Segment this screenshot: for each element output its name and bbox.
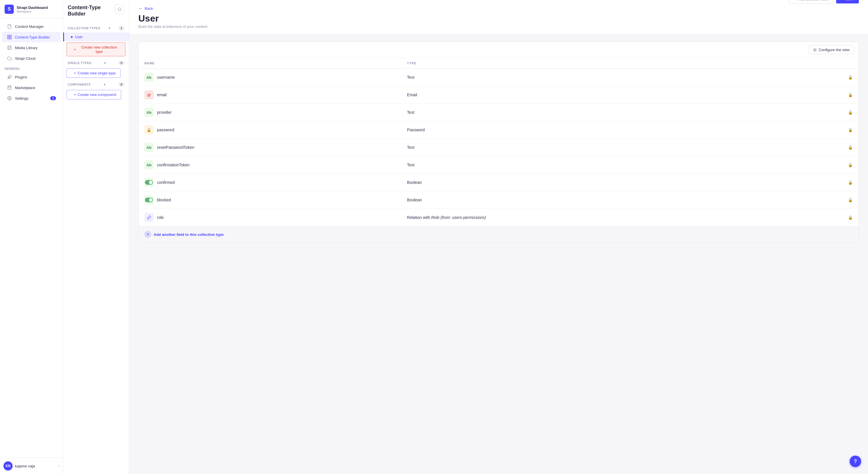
svg-rect-0 [7,35,9,36]
field-type-cell: Text [401,69,788,86]
svg-rect-2 [7,37,9,39]
svg-rect-1 [10,35,11,36]
table-row: confirmed Boolean 🔒 [138,174,859,191]
svg-line-11 [121,10,121,11]
field-name-cell: Ab username [138,69,401,86]
field-type-cell: Password [401,121,788,139]
middle-panel-header: Content-TypeBuilder [63,0,129,22]
add-field-to-collection-button[interactable]: + Add another field to this collection t… [144,231,224,238]
collection-type-label: User [75,35,83,39]
configure-view-button[interactable]: Configure the view [809,46,854,54]
general-section-label: GENERAL [0,64,63,71]
help-button[interactable]: ? [849,455,861,467]
add-field-row: + Add another field to this collection t… [138,226,859,242]
create-single-type-label: Create new single type [78,71,116,75]
field-name: password [157,127,174,132]
field-name: resetPasswordToken [157,145,194,150]
lock-icon: 🔒 [788,139,859,156]
collection-type-user[interactable]: User [63,32,129,41]
table-row: Ab username Text 🔒 [138,69,859,86]
chevron-down-icon: ▼ [108,27,111,30]
sidebar-item-strapi-cloud[interactable]: Strapi Cloud [2,53,61,63]
table-row: role Relation with Role (from: users-per… [138,209,859,226]
field-name-cell: blocked [138,191,401,209]
user-name: kajame naja [15,464,56,468]
save-label: Save [846,0,854,1]
table-row: 🔒 password Password 🔒 [138,121,859,139]
sidebar-item-media-library[interactable]: Media Library [2,42,61,53]
table-row: Ab resetPasswordToken Text 🔒 [138,139,859,156]
save-button[interactable]: ✓ Save [836,0,859,3]
sidebar-nav: Content Manager Content-Type Builder Med… [0,19,63,457]
plus-circle-icon: + [144,231,151,238]
plus-icon: + [74,71,76,75]
sidebar-header: S Strapi Dashboard Workplace [0,0,63,19]
single-types-section-header[interactable]: SINGLE TYPES ▼ 0 [63,59,129,67]
field-name-cell: Ab provider [138,104,401,121]
create-new-single-type-button[interactable]: + Create new single type [67,68,121,78]
collapse-sidebar-button[interactable]: ‹ [58,464,59,468]
add-field-label: Add another field [798,0,828,1]
create-new-component-button[interactable]: + Create new component [67,90,121,99]
field-type-cell: Boolean [401,191,788,209]
field-icon: 🔒 [144,125,154,135]
field-type-cell: Text [401,104,788,121]
lock-icon: 🔒 [788,104,859,121]
components-section-header[interactable]: COMPONENTS ▼ 0 [63,80,129,89]
cloud-icon [7,56,12,61]
chevron-down-icon: ▼ [104,61,106,65]
sidebar-item-marketplace[interactable]: Marketplace [2,83,61,93]
field-name: role [157,215,164,220]
sidebar-item-label: Marketplace [15,86,35,90]
sidebar-item-label: Media Library [15,46,38,50]
field-name: blocked [157,198,171,202]
header-titles: ← Back User Build the data architecture … [138,6,789,29]
lock-icon: 🔒 [788,69,859,86]
page-subtitle: Build the data architecture of your cont… [138,24,789,29]
document-icon [7,24,12,29]
svg-point-9 [9,98,10,99]
collection-types-section-header[interactable]: COLLECTION TYPES ▼ 1 [63,24,129,32]
plus-icon: + [74,92,76,97]
collection-types-count: 1 [119,26,124,30]
lock-icon: 🔒 [788,156,859,174]
add-field-to-collection-label: Add another field to this collection typ… [154,232,224,237]
sidebar-item-settings[interactable]: Settings 1 [2,93,61,103]
main-body: Configure the view NAME TYPE [129,35,868,474]
marketplace-icon [7,85,12,90]
type-column-header: TYPE [401,58,788,69]
sidebar-item-plugins[interactable]: Plugins [2,72,61,82]
middle-panel: Content-TypeBuilder COLLECTION TYPES ▼ 1… [63,0,129,474]
sidebar-item-content-manager[interactable]: Content Manager [2,21,61,32]
table-row: Ab confirmationToken Text 🔒 [138,156,859,174]
add-field-button[interactable]: + Add another field [789,0,833,4]
page-title: User [138,13,789,24]
field-icon: Ab [144,160,154,170]
sidebar-item-content-type-builder[interactable]: Content-Type Builder [2,32,61,42]
field-name-cell: confirmed [138,174,401,191]
back-button[interactable]: ← Back [138,6,789,11]
lock-icon: 🔒 [788,209,859,226]
create-new-collection-type-button[interactable]: + Create new collection type [67,42,125,56]
collection-types-label: COLLECTION TYPES [68,27,100,30]
field-type-cell: Email [401,86,788,104]
field-name-cell: Ab resetPasswordToken [138,139,401,156]
field-name-cell: 🔒 password [138,121,401,139]
settings-badge: 1 [50,96,56,100]
field-type-cell: Relation with Role (from: users-permissi… [401,209,788,226]
main-header: ← Back User Build the data architecture … [129,0,868,35]
search-button[interactable] [115,5,124,14]
field-name-cell: role [138,209,401,226]
app-title: Strapi Dashboard [17,5,48,10]
components-count: 0 [119,83,124,86]
gear-icon [7,96,12,101]
components-label: COMPONENTS [68,83,91,86]
sidebar-item-label: Plugins [15,75,27,79]
single-types-count: 0 [119,61,124,65]
field-icon: Ab [144,143,154,152]
app-subtitle: Workplace [17,10,48,13]
lock-icon: 🔒 [788,121,859,139]
chevron-down-icon: ▼ [103,83,106,86]
field-icon: Ab [144,73,154,82]
table-row: blocked Boolean 🔒 [138,191,859,209]
